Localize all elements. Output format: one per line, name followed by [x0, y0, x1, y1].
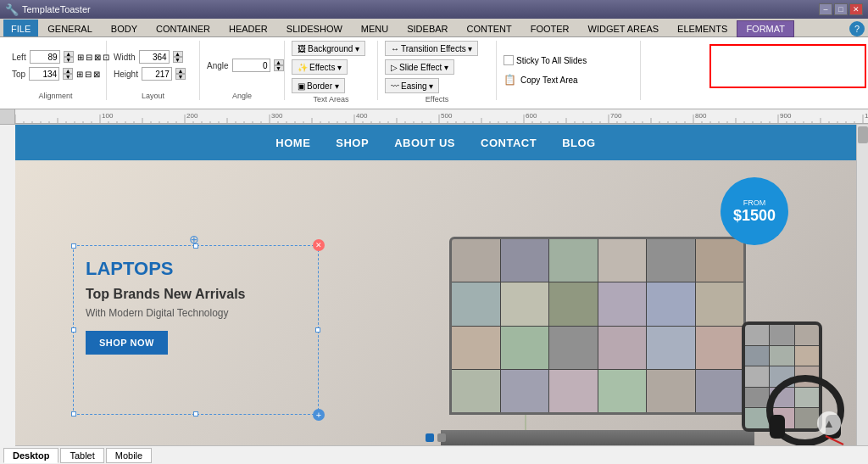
- dot-1[interactable]: [426, 433, 434, 442]
- close-selection-icon[interactable]: ✕: [313, 239, 325, 251]
- easing-button[interactable]: 〰 Easing ▾: [385, 78, 439, 93]
- angle-down[interactable]: ▼: [274, 65, 284, 71]
- valign-top-icon[interactable]: ⊞: [76, 70, 83, 79]
- width-input[interactable]: [139, 50, 170, 64]
- right-scrollbar[interactable]: [856, 125, 868, 445]
- align-center-icon[interactable]: ⊟: [86, 53, 92, 62]
- tab-mobile[interactable]: Mobile: [106, 448, 152, 463]
- screen-cell-11: [647, 282, 695, 325]
- tab-content[interactable]: CONTENT: [458, 20, 521, 36]
- screen-cell-21: [549, 370, 598, 412]
- help-button[interactable]: ?: [849, 21, 865, 36]
- highlight-box: [709, 44, 866, 88]
- dot-2[interactable]: [437, 433, 446, 442]
- tab-elements[interactable]: ELEMENTS: [668, 20, 737, 36]
- left-spinner[interactable]: ▲ ▼: [64, 51, 74, 63]
- handle-tl[interactable]: [71, 243, 76, 249]
- screen-cell-6: [696, 239, 744, 282]
- laptop-device: [441, 237, 754, 445]
- svg-text:500: 500: [441, 112, 453, 120]
- maximize-button[interactable]: □: [834, 3, 848, 15]
- angle-up[interactable]: ▲: [274, 59, 284, 65]
- align-left-icon[interactable]: ⊞: [77, 53, 84, 62]
- valign-middle-icon[interactable]: ⊟: [85, 70, 92, 79]
- window-controls[interactable]: – □ ✕: [819, 3, 863, 15]
- hero-sub2: With Modern Digital Technology: [86, 307, 306, 319]
- border-button[interactable]: ▣ Border ▾: [292, 78, 345, 93]
- height-up[interactable]: ▲: [175, 68, 186, 74]
- tab-body[interactable]: BODY: [102, 20, 147, 36]
- angle-input[interactable]: [232, 59, 270, 72]
- left-input[interactable]: [30, 50, 60, 64]
- tab-sidebar[interactable]: SIDEBAR: [398, 20, 457, 36]
- hero-text-selection-box: ✕ + ⊕ LAPTOPS Top Brands New Arrivals Wi…: [73, 245, 319, 415]
- top-spinner[interactable]: ▲ ▼: [63, 68, 73, 80]
- svg-text:400: 400: [356, 112, 368, 120]
- handle-bm[interactable]: [193, 411, 198, 416]
- angle-row: Angle ▲ ▼: [207, 59, 284, 72]
- left-down[interactable]: ▼: [64, 57, 74, 63]
- screen-cell-8: [501, 282, 549, 325]
- sticky-checkbox[interactable]: [504, 55, 514, 65]
- height-input[interactable]: [142, 67, 172, 81]
- close-button[interactable]: ✕: [849, 3, 863, 15]
- ribbon-group-angle: Angle ▲ ▼ Angle: [200, 41, 285, 100]
- effects-button[interactable]: ✨ Effects ▾: [292, 59, 348, 75]
- nav-home[interactable]: HOME: [275, 137, 310, 149]
- nav-about[interactable]: ABOUT US: [394, 137, 455, 149]
- effects-icon: ✨: [298, 63, 308, 72]
- handle-mr[interactable]: [315, 327, 320, 333]
- angle-controls: Angle ▲ ▼: [207, 41, 284, 90]
- copy-textarea-label[interactable]: 📋 Copy Text Area: [504, 74, 578, 86]
- valign-bottom-icon[interactable]: ⊠: [93, 70, 100, 79]
- slide-dots: [426, 433, 446, 442]
- width-spinner[interactable]: ▲ ▼: [173, 51, 183, 63]
- scroll-arrow[interactable]: ▲: [817, 411, 841, 435]
- top-up[interactable]: ▲: [63, 68, 73, 74]
- ribbon-group-text-areas: 🖼 Background ▾ ✨ Effects ▾ ▣ Border ▾ Te…: [285, 41, 378, 100]
- transition-effects-button[interactable]: ↔ Transition Effects ▾: [385, 41, 478, 56]
- tab-header[interactable]: HEADER: [220, 20, 277, 36]
- shop-now-button[interactable]: SHOP NOW: [86, 331, 168, 355]
- tab-general[interactable]: GENERAL: [38, 20, 102, 36]
- vertical-ruler: [0, 125, 15, 445]
- tab-desktop[interactable]: Desktop: [3, 448, 58, 463]
- top-down[interactable]: ▼: [63, 74, 73, 80]
- tab-widget-areas[interactable]: WIDGET AREAS: [579, 20, 669, 36]
- scroll-thumb[interactable]: [858, 126, 868, 143]
- left-up[interactable]: ▲: [64, 51, 74, 57]
- align-right-icon[interactable]: ⊠: [94, 53, 101, 62]
- svg-text:300: 300: [271, 112, 283, 120]
- nav-contact[interactable]: CONTACT: [481, 137, 537, 149]
- easing-icon: 〰: [391, 81, 399, 91]
- background-button[interactable]: 🖼 Background ▾: [292, 41, 365, 56]
- minimize-button[interactable]: –: [819, 3, 832, 15]
- height-spinner[interactable]: ▲ ▼: [175, 68, 186, 80]
- top-input[interactable]: [29, 67, 59, 81]
- width-up[interactable]: ▲: [173, 51, 183, 57]
- tab-menu[interactable]: MENU: [352, 20, 398, 36]
- nav-shop[interactable]: SHOP: [336, 137, 369, 149]
- width-down[interactable]: ▼: [173, 57, 183, 63]
- tab-slideshow[interactable]: SLIDESHOW: [277, 20, 352, 36]
- handle-bl[interactable]: [71, 411, 76, 416]
- height-down[interactable]: ▼: [175, 74, 186, 80]
- tab-format[interactable]: FORMAT: [737, 20, 794, 37]
- angle-spinner[interactable]: ▲ ▼: [274, 59, 284, 71]
- tab-footer[interactable]: FOOTER: [521, 20, 579, 36]
- add-selection-icon[interactable]: +: [313, 409, 325, 421]
- effects-label: Effects: [385, 95, 489, 103]
- tab-file[interactable]: FILE: [3, 20, 38, 36]
- svg-text:900: 900: [780, 112, 792, 120]
- tab-tablet[interactable]: Tablet: [60, 448, 103, 463]
- screen-cell-4: [598, 239, 647, 282]
- slide-effect-button[interactable]: ▷ Slide Effect ▾: [385, 59, 454, 75]
- move-selection-icon[interactable]: ⊕: [189, 232, 199, 246]
- handle-ml[interactable]: [71, 327, 76, 333]
- screen-cell-7: [452, 282, 500, 325]
- ribbon-group-alignment: Left ▲ ▼ ⊞ ⊟ ⊠ ⊡ Top ▲ ▼: [5, 41, 107, 100]
- nav-blog[interactable]: BLOG: [562, 137, 596, 149]
- tab-container[interactable]: CONTAINER: [147, 20, 220, 36]
- screen-cell-10: [598, 282, 647, 325]
- sticky-checkbox-label[interactable]: Sticky To All Slides: [504, 55, 587, 65]
